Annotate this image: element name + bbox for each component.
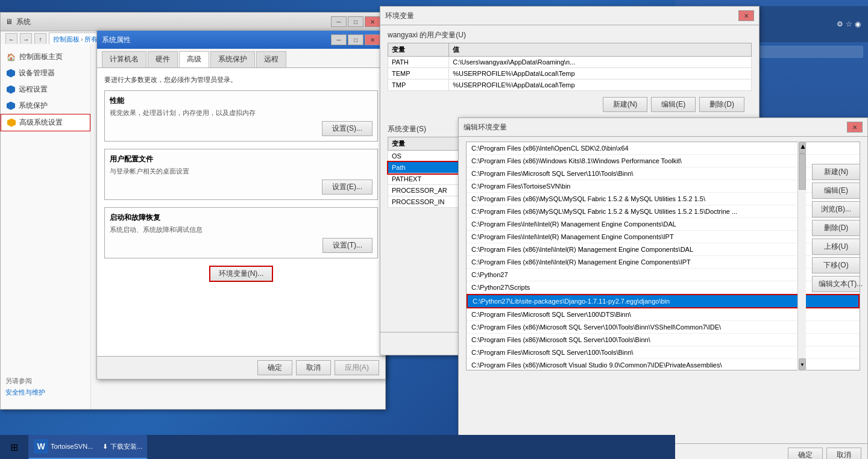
sys-props-dialog: 系统属性 ─ □ ✕ 计算机名 硬件 高级 系统保护 远程 要进行大多数更改，您…	[96, 30, 386, 379]
sys-props-maximize[interactable]: □	[348, 34, 363, 45]
qq-settings-icon[interactable]: ⚙	[837, 20, 843, 28]
env-user-buttons: 新建(N) 编辑(E) 删除(D)	[388, 95, 752, 114]
edit-env-cancel[interactable]: 取消	[826, 448, 861, 459]
perf-section: 性能 视觉效果，处理器计划，内存使用，以及虚拟内存 设置(S)...	[104, 90, 378, 142]
sys-props-title: 系统属性	[102, 35, 131, 45]
env-close[interactable]: ✕	[738, 10, 754, 21]
profile-title: 用户配置文件	[110, 154, 373, 164]
another-ref-label: 另请参阅	[5, 376, 90, 386]
edit-env-titlebar: 编辑环境变量 ✕	[459, 118, 867, 137]
perf-settings-button[interactable]: 设置(S)...	[322, 121, 373, 136]
startup-section: 启动和故障恢复 系统启动、系统故障和调试信息 设置(T)...	[104, 207, 378, 258]
env-user-col-val: 值	[449, 43, 752, 57]
scrollbar-down[interactable]: ▼	[799, 358, 806, 370]
perf-desc: 视觉效果，处理器计划，内存使用，以及虚拟内存	[110, 108, 373, 117]
window-controls[interactable]: ─ □ ✕	[331, 16, 380, 27]
env-user-col-var: 变量	[388, 43, 449, 57]
edit-env-ok[interactable]: 确定	[788, 448, 823, 459]
env-user-new[interactable]: 新建(N)	[603, 97, 648, 112]
shield-yellow-icon	[7, 119, 16, 127]
env-user-row[interactable]: TMP%USERPROFILE%\AppData\Local\Temp	[388, 80, 752, 91]
env-user-section: wangyaxi 的用户变量(U) 变量 值 PATHC:\Users\wang…	[380, 25, 759, 119]
edit-move-up-button[interactable]: 上移(U)	[812, 239, 860, 255]
sidebar-item-device[interactable]: 设备管理器	[1, 65, 90, 81]
sys-props-tabs: 计算机名 硬件 高级 系统保护 远程	[97, 49, 385, 68]
env-user-edit[interactable]: 编辑(E)	[651, 97, 696, 112]
qq-circle-icon[interactable]: ◉	[855, 20, 861, 28]
sidebar-footer: 另请参阅 安全性与维护	[5, 376, 90, 397]
edit-new-button[interactable]: 新建(N)	[812, 164, 860, 180]
maximize-button[interactable]: □	[348, 16, 363, 27]
edit-delete-button[interactable]: 删除(D)	[812, 220, 860, 236]
edit-env-dialog: 编辑环境变量 ✕ C:\Program Files (x86)\Intel\Op…	[458, 117, 868, 459]
sys-props-ok[interactable]: 确定	[257, 360, 292, 375]
back-button[interactable]: ←	[5, 33, 17, 45]
sys-props-cancel[interactable]: 取消	[296, 360, 331, 375]
window-icon: 🖥	[5, 17, 13, 26]
sidebar-item-advanced[interactable]: 高级系统设置	[1, 114, 90, 131]
home-icon: 🏠	[7, 53, 16, 61]
sys-props-minimize[interactable]: ─	[331, 34, 347, 45]
qq-star-icon[interactable]: ☆	[846, 20, 852, 28]
sys-props-footer: 确定 取消 应用(A)	[97, 356, 385, 379]
edit-browse-button[interactable]: 浏览(B)...	[812, 201, 860, 217]
tab-advanced[interactable]: 高级	[179, 51, 209, 67]
sys-props-titlebar: 系统属性 ─ □ ✕	[97, 31, 385, 49]
sys-props-controls[interactable]: ─ □ ✕	[331, 34, 380, 45]
up-button[interactable]: ↑	[34, 33, 46, 45]
env-user-table: 变量 值 PATHC:\Users\wangyaxi\AppData\Roami…	[388, 43, 752, 91]
env-title: 环境变量	[385, 11, 414, 21]
system-window-title: 🖥 系统	[5, 17, 31, 27]
system-window-titlebar: 🖥 系统 ─ □ ✕	[1, 13, 385, 31]
edit-env-title: 编辑环境变量	[464, 122, 507, 133]
taskbar: ⊞ W TortoiseSVN... ⬇ 下载安装...	[0, 435, 675, 459]
startup-settings-button[interactable]: 设置(T)...	[322, 238, 373, 253]
startup-desc: 系统启动、系统故障和调试信息	[110, 225, 373, 234]
env-user-delete[interactable]: 删除(D)	[699, 97, 744, 112]
profile-desc: 与登录帐户相关的桌面设置	[110, 167, 373, 176]
tab-protection[interactable]: 系统保护	[210, 51, 255, 67]
env-user-row[interactable]: PATHC:\Users\wangyaxi\AppData\Roaming\n.…	[388, 57, 752, 68]
perf-title: 性能	[110, 96, 373, 106]
close-button[interactable]: ✕	[365, 16, 380, 27]
edit-edit-button[interactable]: 编辑(E)	[812, 183, 860, 199]
edit-env-body: C:\Program Files (x86)\Intel\OpenCL SDK\…	[459, 137, 867, 375]
breadcrumb-item[interactable]: 控制面板	[53, 35, 80, 44]
minimize-button[interactable]: ─	[331, 16, 347, 27]
profile-settings-button[interactable]: 设置(E)...	[322, 180, 373, 195]
env-user-row[interactable]: TEMP%USERPROFILE%\AppData\Local\Temp	[388, 68, 752, 80]
edit-env-buttons: 新建(N) 编辑(E) 浏览(B)... 删除(D) 上移(U) 下移(O) 编…	[812, 164, 860, 292]
shield-icon-2	[7, 86, 15, 94]
env-titlebar: 环境变量 ✕	[380, 7, 759, 25]
scrollbar-up[interactable]: ▲	[799, 142, 806, 154]
tab-hardware[interactable]: 硬件	[148, 51, 178, 67]
sys-props-close[interactable]: ✕	[365, 34, 380, 45]
env-vars-button[interactable]: 环境变量(N)...	[209, 266, 274, 282]
taskbar-icon-download: ⬇	[102, 443, 108, 451]
taskbar-item-download[interactable]: ⬇ 下载安装...	[98, 435, 147, 459]
tab-remote[interactable]: 远程	[256, 51, 286, 67]
edit-env-close[interactable]: ✕	[847, 122, 863, 133]
forward-button[interactable]: →	[20, 33, 32, 45]
taskbar-item-word[interactable]: W TortoiseSVN...	[29, 435, 98, 459]
shield-icon	[7, 69, 15, 78]
tab-computer-name[interactable]: 计算机名	[102, 51, 146, 67]
sys-props-body: 要进行大多数更改，您必须作为管理员登录。 性能 视觉效果，处理器计划，内存使用，…	[97, 68, 385, 368]
edit-move-down-button[interactable]: 下移(O)	[812, 257, 860, 273]
taskbar-label-word: TortoiseSVN...	[51, 443, 93, 450]
shield-icon-3	[7, 102, 15, 110]
env-user-title: wangyaxi 的用户变量(U)	[388, 30, 752, 40]
sidebar-item-protection[interactable]: 系统保护	[1, 98, 90, 114]
sidebar-item-remote[interactable]: 远程设置	[1, 81, 90, 98]
scrollbar-track[interactable]: ▲ ▼	[797, 142, 806, 370]
sidebar: 🏠 控制面板主页 设备管理器 远程设置 系统保护 高级系统设置 另请参阅 安全性…	[1, 44, 91, 409]
start-button[interactable]: ⊞	[0, 435, 29, 459]
sys-props-note: 要进行大多数更改，您必须作为管理员登录。	[104, 75, 378, 84]
security-link[interactable]: 安全性与维护	[5, 388, 90, 397]
sys-props-apply[interactable]: 应用(A)	[335, 360, 379, 375]
sidebar-item-home[interactable]: 🏠 控制面板主页	[1, 49, 90, 65]
scrollbar-thumb[interactable]	[799, 154, 806, 190]
profile-section: 用户配置文件 与登录帐户相关的桌面设置 设置(E)...	[104, 149, 378, 200]
edit-text-button[interactable]: 编辑文本(T)...	[812, 276, 860, 292]
startup-title: 启动和故障恢复	[110, 213, 373, 223]
